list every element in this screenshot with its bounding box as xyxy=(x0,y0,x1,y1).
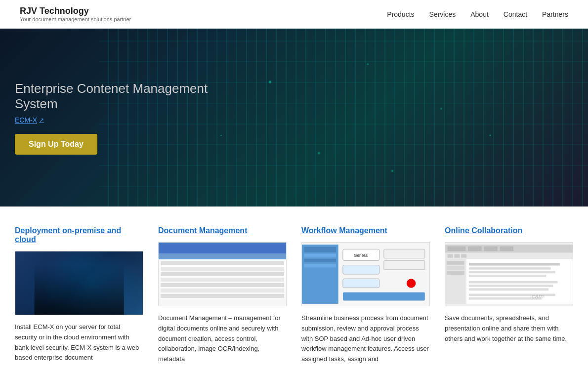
svg-rect-21 xyxy=(461,254,466,257)
doc-rows xyxy=(159,259,286,306)
workflow-title[interactable]: Workflow Management xyxy=(301,226,430,235)
svg-point-11 xyxy=(407,279,416,288)
external-link-icon: ↗ xyxy=(39,117,44,124)
document-image xyxy=(158,242,287,306)
nav-contact[interactable]: Contact xyxy=(504,10,527,18)
brand: RJV Technology Your document management … xyxy=(20,6,131,22)
svg-rect-33 xyxy=(469,289,548,291)
svg-rect-32 xyxy=(469,285,553,287)
svg-rect-0 xyxy=(302,245,338,304)
ecmx-link[interactable]: ECM-X ↗ xyxy=(15,116,44,124)
svg-rect-14 xyxy=(448,247,466,251)
svg-rect-1 xyxy=(304,247,336,252)
doc-row-1 xyxy=(161,261,284,265)
svg-rect-28 xyxy=(469,267,551,270)
feature-document: Document Management Document Management … xyxy=(158,226,287,365)
svg-rect-2 xyxy=(304,254,336,257)
svg-rect-31 xyxy=(469,281,558,284)
svg-rect-22 xyxy=(445,259,465,304)
hero-title: Enterprise Contenet Management System xyxy=(15,81,247,112)
document-title[interactable]: Document Management xyxy=(158,226,287,235)
header: RJV Technology Your document management … xyxy=(0,0,588,29)
svg-rect-10 xyxy=(384,260,425,269)
svg-text:cam: cam xyxy=(532,292,544,300)
document-text: Document Management – management for dig… xyxy=(158,313,287,365)
hero-section: Enterprise Contenet Management System EC… xyxy=(0,29,588,207)
workflow-image: General xyxy=(301,242,430,306)
svg-rect-17 xyxy=(500,247,514,251)
svg-rect-15 xyxy=(468,247,482,251)
workflow-diagram: General xyxy=(302,243,429,306)
svg-rect-19 xyxy=(448,254,453,257)
doc-row-2 xyxy=(161,267,284,271)
svg-rect-20 xyxy=(454,254,460,257)
workflow-text: Streamline business process from documen… xyxy=(301,313,430,365)
nav-services[interactable]: Services xyxy=(429,10,456,18)
svg-rect-3 xyxy=(304,259,336,262)
hero-content: Enterprise Contenet Management System EC… xyxy=(0,81,247,155)
deployment-image xyxy=(15,251,143,315)
doc-row-4 xyxy=(161,278,284,282)
svg-rect-30 xyxy=(469,275,546,277)
svg-rect-24 xyxy=(447,266,464,269)
deployment-title[interactable]: Deployment on-premise and cloud xyxy=(15,226,143,244)
svg-rect-16 xyxy=(484,247,498,251)
deployment-text: Install ECM-X on your server for total s… xyxy=(15,322,143,363)
doc-row-3 xyxy=(161,272,284,276)
nav-about[interactable]: About xyxy=(470,10,489,18)
nav-products[interactable]: Products xyxy=(387,10,414,18)
svg-rect-4 xyxy=(304,264,336,267)
doc-row-6 xyxy=(161,289,284,292)
ecmx-link-text: ECM-X xyxy=(15,116,37,124)
features-section: Deployment on-premise and cloud Install … xyxy=(0,207,588,372)
doc-row-5 xyxy=(161,283,284,287)
collaboration-image: cam xyxy=(445,242,573,306)
svg-rect-9 xyxy=(384,249,425,258)
feature-collaboration: Online Collaboration xyxy=(445,226,573,365)
collaboration-diagram: cam xyxy=(445,243,573,306)
collaboration-text: Save documents, spreadsheets, and presen… xyxy=(445,313,573,344)
svg-rect-25 xyxy=(447,271,464,275)
svg-rect-35 xyxy=(469,297,542,300)
svg-rect-12 xyxy=(343,292,425,301)
svg-rect-8 xyxy=(343,279,379,288)
collaboration-title[interactable]: Online Collaboration xyxy=(445,226,573,235)
main-nav: Products Services About Contact Partners xyxy=(387,10,568,18)
svg-rect-29 xyxy=(469,271,555,274)
brand-name: RJV Technology xyxy=(20,6,131,16)
svg-rect-7 xyxy=(343,265,379,274)
svg-rect-23 xyxy=(447,261,464,264)
svg-text:General: General xyxy=(354,253,369,258)
people-silhouette xyxy=(35,264,124,315)
brand-tagline: Your document management solutions partn… xyxy=(20,16,131,22)
nav-partners[interactable]: Partners xyxy=(542,10,568,18)
feature-deployment: Deployment on-premise and cloud Install … xyxy=(15,226,143,365)
feature-workflow: Workflow Management General xyxy=(301,226,430,365)
doc-row-7 xyxy=(161,294,284,298)
signup-button[interactable]: Sign Up Today xyxy=(15,134,97,155)
svg-rect-27 xyxy=(469,263,560,266)
